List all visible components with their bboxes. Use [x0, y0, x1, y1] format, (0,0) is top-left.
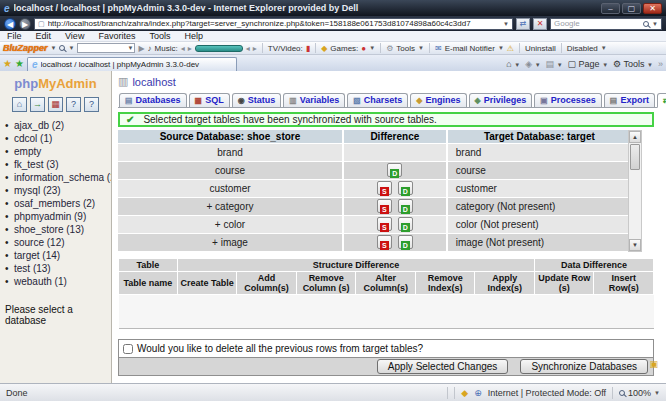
menu-item-tools[interactable]: Tools: [142, 31, 177, 41]
sync-scrollbar[interactable]: ▲ ▼: [628, 130, 642, 252]
tab-databases[interactable]: ▤Databases: [119, 93, 187, 107]
database-item[interactable]: webauth (1): [14, 275, 111, 288]
zoom-dropdown-icon[interactable]: ▼: [654, 390, 660, 396]
toolbar-search-icon[interactable]: [59, 45, 65, 51]
menu-item-view[interactable]: View: [58, 31, 91, 41]
structure-diff-button[interactable]: S: [377, 235, 392, 249]
menu-item-file[interactable]: File: [0, 31, 29, 41]
database-item[interactable]: osaf_members (2): [14, 197, 111, 210]
home-button[interactable]: ⌂ ▼: [506, 59, 520, 69]
uninstall-label[interactable]: Uninstall: [525, 44, 556, 53]
favorites-star-icon[interactable]: ★: [3, 57, 12, 71]
menu-item-edit[interactable]: Edit: [29, 31, 59, 41]
bluzapper-logo[interactable]: BluZapper: [3, 43, 48, 53]
search-icon[interactable]: [643, 21, 649, 27]
toolbar-overflow-icon[interactable]: »: [658, 59, 663, 69]
tab-privileges[interactable]: ◈Privileges: [469, 93, 533, 107]
database-item[interactable]: target (14): [14, 249, 111, 262]
tab-sql[interactable]: ▦SQL: [189, 93, 230, 107]
data-diff-button[interactable]: D: [398, 199, 413, 213]
back-button[interactable]: ◀: [4, 18, 16, 30]
toolbar-combobox[interactable]: ▼: [77, 43, 135, 53]
database-item[interactable]: test (13): [14, 262, 111, 275]
status-icon: ◉: [238, 96, 245, 105]
structure-diff-button[interactable]: S: [377, 199, 392, 213]
tab-charsets[interactable]: ▧Charsets: [347, 93, 408, 107]
minimize-button[interactable]: –: [601, 3, 620, 14]
toolbar-search-dropdown-icon[interactable]: ▼: [68, 45, 74, 51]
print-button[interactable]: ▤ ▼: [546, 59, 563, 69]
database-item[interactable]: fk_test (3): [14, 158, 111, 171]
feeds-button[interactable]: ◈ ▼: [525, 59, 540, 69]
sql-window-icon[interactable]: ▦: [48, 97, 63, 112]
email-notifier-label[interactable]: E-mail Notifier: [445, 44, 495, 53]
tab-export[interactable]: ▤Export: [604, 93, 655, 107]
tab-synchronize[interactable]: ⇄Synchronize: [657, 93, 666, 108]
structure-diff-button[interactable]: S: [377, 181, 392, 195]
data-diff-button[interactable]: D: [398, 181, 413, 195]
bluzapper-dropdown-icon[interactable]: ▼: [51, 45, 57, 51]
browser-tab[interactable]: e localhost / localhost | phpMyAdmin 3.3…: [27, 57, 237, 71]
scroll-thumb[interactable]: [630, 144, 640, 170]
email-dropdown-icon[interactable]: ▼: [498, 45, 504, 51]
toolbar-tools-label[interactable]: Tools: [396, 44, 415, 53]
structure-diff-button[interactable]: S: [377, 217, 392, 231]
games-dropdown-icon[interactable]: ▼: [369, 45, 375, 51]
game-die-icon[interactable]: ●: [361, 44, 366, 53]
forward-button[interactable]: ▶: [19, 18, 31, 30]
url-field[interactable]: ▢ http://localhost/branch/zahra/index.ph…: [34, 18, 513, 30]
database-item[interactable]: ajax_db (2): [14, 119, 111, 132]
music-progress-slider[interactable]: [195, 45, 243, 52]
scroll-down-icon[interactable]: ▼: [629, 239, 641, 251]
delete-rows-checkbox[interactable]: [123, 344, 133, 354]
data-diff-button[interactable]: D: [398, 217, 413, 231]
stop-button[interactable]: ✕: [533, 18, 547, 30]
page-button[interactable]: ▢ Page ▼: [568, 59, 609, 69]
tab-variables[interactable]: ▥Variables: [283, 93, 345, 107]
synchronize-databases-button[interactable]: Synchronize Databases: [520, 359, 648, 374]
next-track-icon[interactable]: ▸: [188, 44, 192, 53]
database-item[interactable]: cdcol (1): [14, 132, 111, 145]
database-item[interactable]: information_schema (28): [14, 171, 111, 184]
menu-item-help[interactable]: Help: [177, 31, 210, 41]
search-dropdown-icon[interactable]: ▼: [652, 21, 658, 27]
new-window-icon[interactable]: ▣: [649, 359, 658, 369]
scroll-up-icon[interactable]: ▲: [629, 131, 641, 143]
apply-selected-changes-button[interactable]: Apply Selected Changes: [377, 359, 509, 374]
tab-status[interactable]: ◉Status: [232, 93, 282, 107]
url-dropdown-icon[interactable]: ▼: [503, 21, 509, 27]
menu-item-favorites[interactable]: Favorites: [91, 31, 142, 41]
disabled-label[interactable]: Disabled: [567, 44, 598, 53]
data-diff-button[interactable]: D: [387, 163, 402, 177]
zoom-control[interactable]: 100% ▼: [619, 388, 660, 398]
add-favorite-icon[interactable]: ★: [15, 57, 24, 71]
search-box[interactable]: Google ▼: [550, 18, 662, 30]
tools-dropdown-icon[interactable]: ▼: [418, 45, 424, 51]
tab-processes[interactable]: ▣Processes: [534, 93, 602, 107]
database-item[interactable]: empty: [14, 145, 111, 158]
database-item[interactable]: source (12): [14, 236, 111, 249]
ie-tools-button[interactable]: ⚙ Tools ▼: [613, 59, 653, 69]
tab-engines[interactable]: ◆Engines: [410, 93, 466, 107]
play-icon[interactable]: ▶: [138, 44, 144, 53]
home-icon[interactable]: ⌂: [12, 97, 27, 112]
pma-logo[interactable]: phpMyAdmin: [0, 76, 111, 91]
maximize-button[interactable]: ▢: [622, 3, 641, 14]
prev-track-icon[interactable]: ◂: [181, 44, 185, 53]
tv-video-label[interactable]: TV/Video:: [268, 44, 303, 53]
refresh-button[interactable]: ⇄: [516, 18, 530, 30]
data-diff-button[interactable]: D: [398, 235, 413, 249]
tv-video-icon[interactable]: ▮: [306, 44, 310, 53]
database-item[interactable]: mysql (23): [14, 184, 111, 197]
games-label[interactable]: Games:: [330, 44, 358, 53]
disabled-dropdown-icon[interactable]: ▼: [601, 45, 607, 51]
database-item[interactable]: phpmyadmin (9): [14, 210, 111, 223]
mysql-docs-icon[interactable]: ?: [84, 97, 99, 112]
volume-down-icon[interactable]: ◂: [246, 44, 250, 53]
database-item[interactable]: shoe_store (13): [14, 223, 111, 236]
logout-icon[interactable]: →: [30, 97, 45, 112]
close-button[interactable]: ✕: [643, 3, 662, 14]
pma-docs-icon[interactable]: ?: [66, 97, 81, 112]
volume-up-icon[interactable]: ▸: [253, 44, 257, 53]
status-bar: Done ◆ ⊕ Internet | Protected Mode: Off …: [0, 383, 666, 401]
